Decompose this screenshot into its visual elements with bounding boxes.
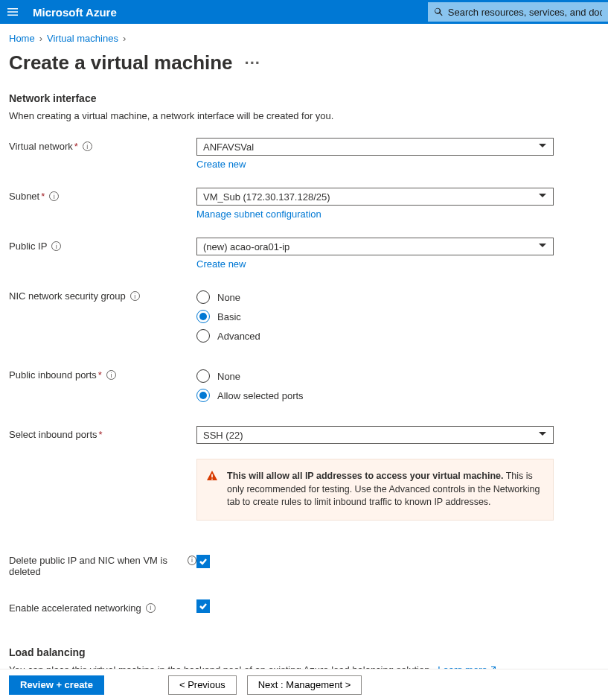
chevron-right-icon: › [123, 33, 126, 44]
chevron-down-icon [538, 191, 547, 203]
next-button[interactable]: Next : Management > [247, 675, 362, 695]
breadcrumb: Home › Virtual machines › [9, 33, 599, 44]
alert-strong-text: This will allow all IP addresses to acce… [227, 471, 503, 481]
public-ip-dropdown[interactable]: (new) acao-ora01-ip [196, 238, 554, 255]
info-icon[interactable]: i [83, 141, 92, 151]
page-title: Create a virtual machine ··· [9, 51, 599, 74]
info-icon[interactable]: i [49, 191, 59, 201]
public-ip-label: Public IP [9, 241, 47, 252]
info-icon[interactable]: i [51, 241, 61, 251]
checkmark-icon [199, 557, 208, 566]
breadcrumb-home[interactable]: Home [9, 33, 35, 44]
vnet-value: ANFAVSVal [203, 141, 538, 153]
select-ports-value: SSH (22) [203, 430, 538, 441]
hamburger-menu[interactable] [0, 0, 25, 24]
nsg-none-label: None [217, 292, 240, 303]
radio-icon [196, 290, 210, 304]
info-icon[interactable]: i [130, 291, 140, 301]
footer-bar: Review + create < Previous Next : Manage… [0, 669, 608, 700]
accel-net-checkbox[interactable] [196, 599, 210, 613]
radio-icon [196, 389, 210, 402]
ports-warning-alert: This will allow all IP addresses to acce… [196, 459, 554, 521]
nsg-radio-advanced[interactable]: Advanced [196, 326, 563, 346]
select-ports-label: Select inbound ports [9, 429, 97, 440]
chevron-right-icon: › [39, 33, 42, 44]
required-indicator: * [74, 141, 78, 152]
breadcrumb-vms[interactable]: Virtual machines [47, 33, 118, 44]
top-bar: Microsoft Azure [0, 0, 608, 24]
warning-icon [206, 470, 218, 482]
ports-radio-none[interactable]: None [196, 366, 563, 386]
ports-allow-label: Allow selected ports [217, 390, 304, 401]
nsg-label: NIC network security group [9, 290, 126, 302]
checkmark-icon [199, 602, 208, 611]
nsg-radio-basic[interactable]: Basic [196, 307, 563, 326]
vnet-create-new-link[interactable]: Create new [196, 159, 246, 170]
search-icon [434, 7, 444, 17]
radio-icon [196, 310, 210, 323]
manage-subnet-link[interactable]: Manage subnet configuration [196, 209, 321, 220]
network-section-title: Network interface [9, 92, 599, 104]
public-ip-value: (new) acao-ora01-ip [203, 241, 538, 252]
accel-net-label: Enable accelerated networking [9, 602, 141, 614]
nsg-radio-none[interactable]: None [196, 287, 563, 307]
vnet-dropdown[interactable]: ANFAVSVal [196, 138, 554, 156]
nsg-basic-label: Basic [217, 311, 241, 322]
delete-ip-label: Delete public IP and NIC when VM is dele… [9, 555, 183, 577]
hamburger-icon [7, 6, 19, 18]
brand-label: Microsoft Azure [33, 6, 117, 19]
chevron-down-icon [538, 430, 547, 441]
previous-button[interactable]: < Previous [168, 675, 237, 695]
publicip-create-new-link[interactable]: Create new [196, 258, 246, 270]
radio-icon [196, 369, 210, 383]
network-section-desc: When creating a virtual machine, a netwo… [9, 110, 599, 121]
search-input[interactable] [448, 7, 602, 18]
nsg-advanced-label: Advanced [217, 331, 260, 342]
required-indicator: * [99, 429, 103, 440]
radio-icon [196, 329, 210, 343]
info-icon[interactable]: i [106, 370, 116, 380]
required-indicator: * [41, 191, 45, 202]
select-ports-dropdown[interactable]: SSH (22) [196, 426, 554, 444]
ports-radio-allow[interactable]: Allow selected ports [196, 386, 563, 405]
lb-section-title: Load balancing [9, 646, 599, 658]
inbound-ports-label: Public inbound ports [9, 369, 97, 381]
subnet-value: VM_Sub (172.30.137.128/25) [203, 191, 538, 203]
review-create-button[interactable]: Review + create [9, 675, 104, 695]
required-indicator: * [98, 369, 102, 381]
subnet-label: Subnet [9, 191, 39, 202]
vnet-label: Virtual network [9, 141, 73, 152]
chevron-down-icon [538, 141, 547, 153]
ports-none-label: None [217, 371, 240, 382]
info-icon[interactable]: i [146, 603, 156, 613]
delete-ip-checkbox[interactable] [196, 555, 210, 568]
info-icon[interactable]: i [188, 556, 196, 565]
chevron-down-icon [538, 241, 547, 252]
more-actions-icon[interactable]: ··· [245, 54, 260, 73]
subnet-dropdown[interactable]: VM_Sub (172.30.137.128/25) [196, 188, 554, 206]
global-search[interactable] [428, 2, 608, 22]
page-title-text: Create a virtual machine [9, 51, 233, 74]
